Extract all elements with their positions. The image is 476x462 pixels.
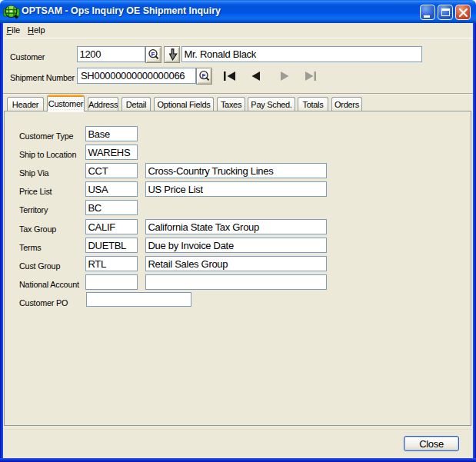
svg-text:F: F — [202, 71, 206, 78]
svg-text:F: F — [151, 50, 155, 57]
